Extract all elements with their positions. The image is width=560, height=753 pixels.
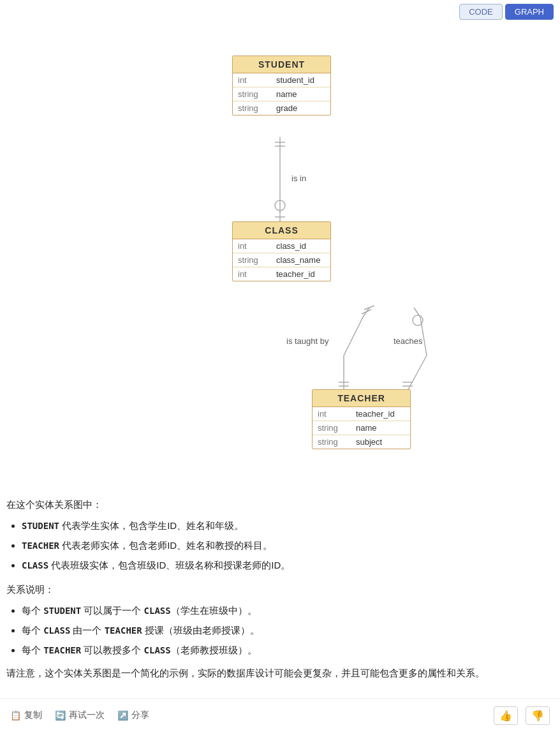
tab-graph[interactable]: GRAPH bbox=[505, 4, 554, 20]
entity-student-header: STUDENT bbox=[233, 56, 330, 73]
share-icon: ↗️ bbox=[117, 710, 128, 720]
thumbup-button[interactable]: 👍 bbox=[494, 706, 518, 725]
share-label: 分享 bbox=[131, 710, 149, 721]
entity-student-row-3: string grade bbox=[233, 101, 330, 115]
entity-student-row-1: int student_id bbox=[233, 73, 330, 87]
share-button[interactable]: ↗️ 分享 bbox=[117, 710, 149, 721]
entity-teacher-header: TEACHER bbox=[313, 390, 410, 407]
svg-line-7 bbox=[344, 317, 363, 355]
entity-teacher-row-3: string subject bbox=[313, 435, 410, 449]
note-text: 请注意，这个实体关系图是一个简化的示例，实际的数据库设计可能会更复杂，并且可能包… bbox=[6, 665, 547, 682]
entities-list-item-3: CLASS 代表班级实体，包含班级ID、班级名称和授课老师的ID。 bbox=[22, 556, 547, 574]
relations-list-item-3: 每个 TEACHER 可以教授多个 CLASS（老师教授班级）。 bbox=[22, 641, 547, 659]
relation-label-isin: is in bbox=[291, 174, 306, 183]
thumbdown-icon: 👎 bbox=[531, 710, 544, 721]
tab-bar: CODE GRAPH bbox=[0, 0, 560, 24]
copy-label: 复制 bbox=[24, 710, 42, 721]
entity-class-header: CLASS bbox=[233, 222, 330, 239]
entity-student: STUDENT int student_id string name strin… bbox=[232, 56, 331, 116]
diagram-container: STUDENT int student_id string name strin… bbox=[114, 36, 446, 483]
entities-list-item-2: TEACHER 代表老师实体，包含老师ID、姓名和教授的科目。 bbox=[22, 537, 547, 554]
thumbup-icon: 👍 bbox=[499, 710, 512, 721]
entity-teacher-row-1: int teacher_id bbox=[313, 407, 410, 421]
svg-point-4 bbox=[275, 200, 285, 211]
entity-class-row-3: int teacher_id bbox=[233, 267, 330, 281]
description-area: 在这个实体关系图中： STUDENT 代表学生实体，包含学生ID、姓名和年级。 … bbox=[0, 489, 560, 692]
relations-list-item-2: 每个 CLASS 由一个 TEACHER 授课（班级由老师授课）。 bbox=[22, 622, 547, 639]
thumbdown-button[interactable]: 👎 bbox=[526, 706, 550, 725]
entity-class: CLASS int class_id string class_name int… bbox=[232, 221, 331, 281]
entity-class-row-1: int class_id bbox=[233, 239, 330, 253]
svg-point-16 bbox=[413, 315, 423, 325]
relation-label-teaches: teaches bbox=[394, 336, 423, 346]
svg-line-9 bbox=[364, 306, 374, 309]
relations-list-item-1: 每个 STUDENT 可以属于一个 CLASS（学生在班级中）。 bbox=[22, 602, 547, 619]
svg-line-10 bbox=[362, 309, 371, 314]
retry-button[interactable]: 🔄 再试一次 bbox=[55, 710, 105, 721]
retry-icon: 🔄 bbox=[55, 710, 66, 720]
relations-title: 关系说明： bbox=[6, 581, 547, 598]
entity-teacher-row-2: string name bbox=[313, 421, 410, 435]
entities-list: STUDENT 代表学生实体，包含学生ID、姓名和年级。 TEACHER 代表老… bbox=[6, 517, 547, 574]
svg-line-6 bbox=[363, 308, 369, 317]
copy-button[interactable]: 📋 复制 bbox=[10, 710, 42, 721]
entities-list-item-1: STUDENT 代表学生实体，包含学生ID、姓名和年级。 bbox=[22, 517, 547, 534]
action-bar: 📋 复制 🔄 再试一次 ↗️ 分享 👍 👎 bbox=[0, 698, 560, 733]
copy-icon: 📋 bbox=[10, 710, 21, 720]
entity-class-row-2: string class_name bbox=[233, 253, 330, 267]
action-bar-right: 👍 👎 bbox=[494, 706, 550, 725]
svg-line-13 bbox=[414, 308, 420, 317]
entity-student-row-2: string name bbox=[233, 87, 330, 101]
relations-list: 每个 STUDENT 可以属于一个 CLASS（学生在班级中）。 每个 CLAS… bbox=[6, 602, 547, 659]
svg-line-15 bbox=[408, 355, 427, 391]
retry-label: 再试一次 bbox=[69, 710, 105, 721]
entity-teacher: TEACHER int teacher_id string name strin… bbox=[312, 389, 411, 449]
diagram-area: STUDENT int student_id string name strin… bbox=[0, 24, 560, 489]
relation-label-taughtby: is taught by bbox=[286, 336, 329, 346]
description-intro: 在这个实体关系图中： bbox=[6, 496, 547, 513]
action-bar-left: 📋 复制 🔄 再试一次 ↗️ 分享 bbox=[10, 710, 149, 721]
tab-code[interactable]: CODE bbox=[459, 4, 503, 20]
